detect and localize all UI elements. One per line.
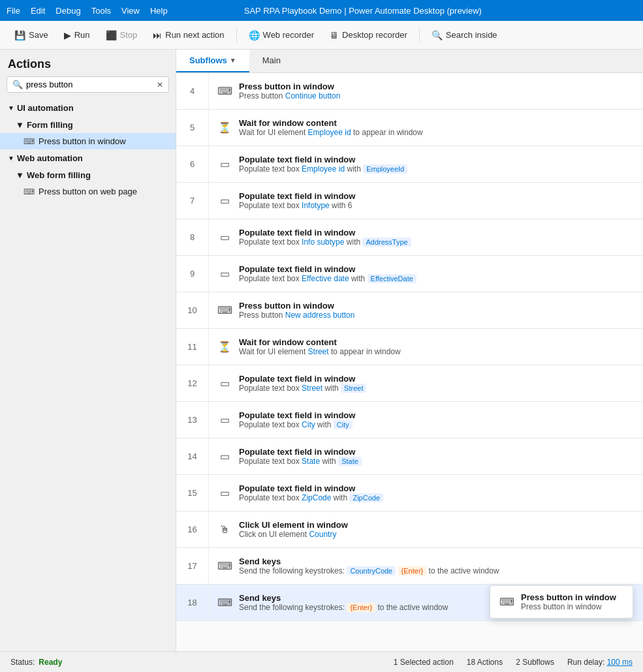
row-number: 10 bbox=[176, 292, 209, 328]
status-value: Ready bbox=[39, 658, 62, 667]
send-keys-icon: ⌨ bbox=[217, 560, 232, 572]
menu-tools[interactable]: Tools bbox=[91, 6, 111, 16]
row-number: 17 bbox=[176, 548, 209, 584]
search-icon: 🔍 bbox=[12, 80, 23, 89]
wait-icon: ⏳ bbox=[217, 121, 232, 134]
sidebar: Actions 🔍 ✕ ▼ UI automation ▼ Form filli… bbox=[0, 50, 176, 651]
run-next-icon: ⏭ bbox=[153, 30, 162, 40]
subcategory-web-form-filling[interactable]: ▼ Web form filling bbox=[0, 167, 176, 183]
stop-button[interactable]: ⬛ Stop bbox=[99, 27, 144, 44]
flow-row-16[interactable]: 16 🖱 Click UI element in window Click on… bbox=[176, 512, 643, 548]
flow-row-5[interactable]: 5 ⏳ Wait for window content Wait for UI … bbox=[176, 110, 643, 146]
flow-row-17[interactable]: 17 ⌨ Send keys Send the following keystr… bbox=[176, 548, 643, 585]
tooltip-title: Press button in window bbox=[521, 592, 616, 602]
subflows-count: 2 Subflows bbox=[516, 658, 554, 667]
click-icon: 🖱 bbox=[217, 524, 232, 536]
search-toolbar-icon: 🔍 bbox=[431, 30, 443, 40]
flow-row-4[interactable]: 4 ⌨ Press button in window Press button … bbox=[176, 73, 643, 110]
subflows-chevron-icon: ▼ bbox=[230, 57, 236, 64]
row-content: ▭ Populate text field in window Populate… bbox=[209, 438, 643, 474]
row-number: 12 bbox=[176, 365, 209, 401]
tooltip-icon: ⌨ bbox=[499, 596, 514, 608]
desktop-recorder-button[interactable]: 🖥 Desktop recorder bbox=[323, 27, 414, 44]
search-box[interactable]: 🔍 ✕ bbox=[7, 76, 169, 93]
row-number: 7 bbox=[176, 183, 209, 219]
sidebar-item-press-button-window[interactable]: ⌨ Press button in window bbox=[0, 133, 176, 149]
tooltip-content: Press button in window Press button in w… bbox=[521, 592, 616, 611]
flow-row-14[interactable]: 14 ▭ Populate text field in window Popul… bbox=[176, 438, 643, 475]
row-content: ▭ Populate text field in window Populate… bbox=[209, 219, 643, 255]
populate-icon-2: ▭ bbox=[217, 194, 232, 207]
menu-file[interactable]: File bbox=[7, 6, 20, 16]
row-number: 8 bbox=[176, 219, 209, 255]
row-number: 15 bbox=[176, 475, 209, 511]
row-content: ▭ Populate text field in window Populate… bbox=[209, 256, 643, 292]
row-number: 11 bbox=[176, 329, 209, 365]
action-text: Wait for window content Wait for UI elem… bbox=[239, 337, 635, 356]
flow-row-11[interactable]: 11 ⏳ Wait for window content Wait for UI… bbox=[176, 329, 643, 365]
row-content: ▭ Populate text field in window Populate… bbox=[209, 146, 643, 182]
save-button[interactable]: 💾 Save bbox=[8, 27, 55, 44]
row-number: 14 bbox=[176, 438, 209, 474]
flow-row-13[interactable]: 13 ▭ Populate text field in window Popul… bbox=[176, 402, 643, 438]
menu-edit[interactable]: Edit bbox=[31, 6, 45, 16]
row-number: 9 bbox=[176, 256, 209, 292]
action-text: Press button in window Press button Cont… bbox=[239, 82, 635, 100]
category-web-automation[interactable]: ▼ Web automation bbox=[0, 149, 176, 167]
populate-icon-6: ▭ bbox=[217, 414, 232, 426]
populate-icon-3: ▭ bbox=[217, 231, 232, 243]
run-delay-label: Run delay: bbox=[567, 658, 604, 667]
chevron-down-icon-4: ▼ bbox=[16, 170, 24, 180]
tab-subflows[interactable]: Subflows ▼ bbox=[176, 50, 249, 72]
run-button[interactable]: ▶ Run bbox=[57, 27, 97, 44]
flow-row-6[interactable]: 6 ▭ Populate text field in window Popula… bbox=[176, 146, 643, 183]
subcategory-label-2: Web form filling bbox=[27, 170, 91, 180]
row-content: ⏳ Wait for window content Wait for UI el… bbox=[209, 329, 643, 365]
sidebar-item-press-button-web[interactable]: ⌨ Press button on web page bbox=[0, 183, 176, 200]
run-next-button[interactable]: ⏭ Run next action bbox=[146, 27, 230, 44]
flow-area: 4 ⌨ Press button in window Press button … bbox=[176, 73, 643, 651]
clear-search-icon[interactable]: ✕ bbox=[157, 80, 163, 89]
menu-help[interactable]: Help bbox=[150, 6, 168, 16]
flow-row-15[interactable]: 15 ▭ Populate text field in window Popul… bbox=[176, 475, 643, 512]
menu-debug[interactable]: Debug bbox=[55, 6, 80, 16]
flow-row-10[interactable]: 10 ⌨ Press button in window Press button… bbox=[176, 292, 643, 329]
action-text: Wait for window content Wait for UI elem… bbox=[239, 118, 635, 137]
populate-icon-4: ▭ bbox=[217, 267, 232, 280]
flow-row-8[interactable]: 8 ▭ Populate text field in window Popula… bbox=[176, 219, 643, 256]
category-ui-automation[interactable]: ▼ UI automation bbox=[0, 99, 176, 117]
row-number: 4 bbox=[176, 73, 209, 109]
row-content: ▭ Populate text field in window Populate… bbox=[209, 183, 643, 219]
run-delay-value[interactable]: 100 ms bbox=[607, 658, 633, 667]
toolbar-separator bbox=[236, 27, 237, 43]
run-icon: ▶ bbox=[64, 30, 71, 40]
menu-view[interactable]: View bbox=[121, 6, 140, 16]
action-text: Populate text field in window Populate t… bbox=[239, 228, 635, 247]
tab-main[interactable]: Main bbox=[249, 50, 294, 72]
category-label: UI automation bbox=[17, 103, 74, 113]
web-recorder-button[interactable]: 🌐 Web recorder bbox=[242, 27, 321, 44]
selected-action-count: 1 Selected action bbox=[394, 658, 454, 667]
status-label: Status: bbox=[10, 658, 35, 667]
item-label: Press button in window bbox=[39, 136, 126, 146]
sidebar-title: Actions bbox=[0, 50, 176, 76]
search-inside-button[interactable]: 🔍 Search inside bbox=[425, 27, 504, 44]
row-content: ▭ Populate text field in window Populate… bbox=[209, 365, 643, 401]
flow-row-12[interactable]: 12 ▭ Populate text field in window Popul… bbox=[176, 365, 643, 402]
toolbar: 💾 Save ▶ Run ⬛ Stop ⏭ Run next action 🌐 … bbox=[0, 21, 643, 50]
press-button-web-icon: ⌨ bbox=[24, 187, 35, 196]
action-text: Populate text field in window Populate t… bbox=[239, 264, 635, 283]
action-text: Populate text field in window Populate t… bbox=[239, 483, 635, 502]
flow-row-7[interactable]: 7 ▭ Populate text field in window Popula… bbox=[176, 183, 643, 219]
save-icon: 💾 bbox=[14, 30, 25, 40]
action-text: Press button in window Press button New … bbox=[239, 301, 635, 320]
row-number: 18 bbox=[176, 585, 209, 620]
menu-bar[interactable]: File Edit Debug Tools View Help bbox=[7, 6, 168, 16]
flow-row-9[interactable]: 9 ▭ Populate text field in window Popula… bbox=[176, 256, 643, 292]
action-text: Click UI element in window Click on UI e… bbox=[239, 520, 635, 539]
subcategory-form-filling[interactable]: ▼ Form filling bbox=[0, 117, 176, 133]
status-bar: Status: Ready 1 Selected action 18 Actio… bbox=[0, 651, 643, 672]
search-input[interactable] bbox=[26, 80, 157, 89]
row-content: 🖱 Click UI element in window Click on UI… bbox=[209, 512, 643, 547]
chevron-down-icon-2: ▼ bbox=[16, 120, 24, 130]
